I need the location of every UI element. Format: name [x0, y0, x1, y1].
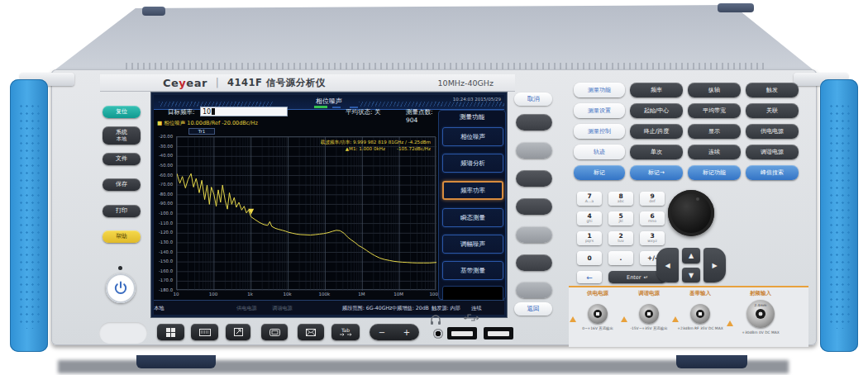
panel-key[interactable]: 测量控制	[574, 124, 625, 139]
menu-item[interactable]: 频谱分析	[442, 154, 503, 173]
panel-key[interactable]: 峰值搜索	[746, 165, 799, 180]
x-tick-label: 1M	[358, 292, 365, 297]
menu-item[interactable]: 瞬态测量	[442, 208, 503, 227]
panel-key[interactable]: 连续	[688, 145, 741, 159]
keyboard-key[interactable]	[191, 324, 218, 340]
panel-key[interactable]: 标记	[574, 165, 625, 180]
bezel-softkey[interactable]	[516, 254, 552, 271]
panel-key[interactable]: 单次	[630, 145, 683, 159]
left-handle[interactable]	[10, 79, 48, 352]
status-item: 频段范围: 6G-40GHz	[342, 305, 392, 312]
panel-key[interactable]: 平均带宽	[688, 103, 741, 118]
usb-port-1[interactable]	[447, 327, 477, 339]
panel-key[interactable]: 测量功能	[574, 83, 625, 97]
panel-key[interactable]: 供电电源	[746, 124, 799, 139]
y-tick-label: -80.00	[159, 192, 173, 197]
y-tick-label: -20.00	[159, 134, 173, 139]
digit-key[interactable]: 5jkl	[608, 211, 633, 225]
rotary-knob[interactable]	[668, 190, 714, 236]
left-function-key[interactable]: 文件	[103, 153, 141, 165]
connector-rating: +30dBm 0V DC MAX	[726, 330, 795, 335]
bezel-softkey[interactable]	[516, 282, 552, 298]
y-tick-label: -160.0	[159, 268, 173, 273]
envelope-icon	[306, 329, 316, 336]
bezel-softkey[interactable]	[516, 114, 552, 131]
panel-key[interactable]: 频率	[630, 83, 683, 97]
panel-key[interactable]: 标记功能	[688, 165, 741, 180]
bezel-softkey[interactable]	[516, 142, 552, 159]
digit-key[interactable]: 7A...a	[577, 192, 602, 206]
power-led	[118, 266, 122, 270]
digit-key[interactable]: 9def	[640, 192, 665, 206]
digit-key[interactable]: .	[608, 251, 633, 265]
bezel-softkey[interactable]	[516, 198, 552, 215]
back-button[interactable]: 返回	[514, 302, 552, 316]
digit-key[interactable]: 3wxyz	[640, 231, 665, 245]
left-function-key[interactable]: 打印	[103, 205, 141, 217]
connector-zone: 供电电源 0~+16V 直流输出 调谐电源 -15V~+35V 直流输出 基带输…	[569, 286, 808, 347]
y-tick-label: -100.0	[159, 211, 173, 216]
windows-key[interactable]	[157, 324, 184, 340]
rf-connector[interactable]: 2.4mm	[746, 300, 775, 328]
left-function-key[interactable]: 系统本地	[103, 126, 141, 145]
display-key[interactable]	[261, 324, 288, 340]
panel-key[interactable]: 关联	[746, 103, 799, 118]
panel-key[interactable]: 测量设置	[574, 103, 625, 118]
minus-icon: −	[379, 328, 385, 337]
mail-key[interactable]	[298, 324, 324, 340]
power-button[interactable]	[106, 273, 136, 303]
panel-key[interactable]: 起始/中心	[630, 103, 683, 118]
warning-triangle-icon	[672, 316, 679, 322]
digit-key[interactable]: 2tuv	[608, 231, 633, 245]
usb-port-2[interactable]	[484, 327, 513, 339]
digit-key[interactable]: 1pqrs	[577, 231, 602, 245]
bnc-connector[interactable]	[588, 304, 608, 324]
measure-points: 测量点数: 904	[406, 108, 435, 124]
panel-key[interactable]: 触发	[746, 83, 799, 97]
status-item: 中频增益: 20dB	[392, 305, 429, 312]
panel-key[interactable]: 轨迹	[574, 145, 625, 159]
headphone-jack[interactable]	[433, 329, 443, 339]
arrow-down-key[interactable]: ▼	[682, 268, 700, 282]
status-bar: 供电电源调谐电源频段范围: 6G-40GHz中频增益: 20dB触发源: 内部连…	[154, 300, 504, 315]
digit-key[interactable]: 8abc	[608, 192, 633, 206]
left-function-key[interactable]: 保存	[103, 178, 141, 191]
panel-key[interactable]: 调谐电源	[746, 145, 799, 159]
warning-triangle-icon	[727, 320, 733, 326]
tab-phase-noise[interactable]: 相位噪声	[154, 97, 504, 106]
y-tick-label: -170.0	[159, 278, 173, 282]
panel-key[interactable]: 终止/跨度	[630, 124, 683, 139]
right-handle[interactable]	[820, 79, 858, 352]
arrow-up-key[interactable]: ▲	[682, 248, 700, 263]
menu-item[interactable]: 调幅噪声	[442, 235, 503, 254]
arrow-right-key[interactable]: ▶	[703, 248, 726, 282]
panel-key[interactable]: 标记→	[630, 165, 683, 180]
cancel-button[interactable]: 取消	[514, 93, 552, 106]
left-function-key[interactable]: 帮助	[103, 230, 141, 243]
menu-title: 测量功能	[439, 113, 505, 121]
bezel-softkey[interactable]	[516, 170, 552, 187]
bnc-connector[interactable]	[639, 304, 659, 324]
window-switch-key[interactable]	[226, 324, 250, 340]
backspace-key[interactable]: ←	[577, 271, 602, 283]
bnc-connector[interactable]	[690, 304, 710, 324]
bezel-softkey[interactable]	[516, 226, 552, 243]
digit-key[interactable]: 0	[577, 251, 602, 265]
menu-item[interactable]: 相位噪声	[442, 127, 503, 146]
volume-key[interactable]: −+	[370, 324, 419, 340]
usb-icon	[463, 312, 481, 323]
window-switch-icon	[234, 328, 243, 336]
connector-label: 调谐电源	[620, 290, 678, 297]
left-function-key[interactable]: 复位	[103, 106, 141, 118]
panel-key[interactable]: 显示	[688, 124, 741, 139]
panel-key[interactable]: 纵轴	[688, 83, 741, 97]
target-frequency-input[interactable]: 10	[200, 107, 288, 116]
menu-item[interactable]: 频率功率	[442, 181, 503, 200]
digit-key[interactable]: 4ghi	[577, 211, 602, 225]
menu-item[interactable]: 基带测量	[442, 261, 503, 280]
digit-key[interactable]: 6mno	[640, 211, 665, 225]
tab-key[interactable]: Tab	[331, 324, 360, 340]
vent-holes	[126, 63, 767, 69]
arrow-left-key[interactable]: ◀	[656, 248, 679, 282]
connector-rating: 0~+16V 直流输出	[569, 326, 627, 330]
